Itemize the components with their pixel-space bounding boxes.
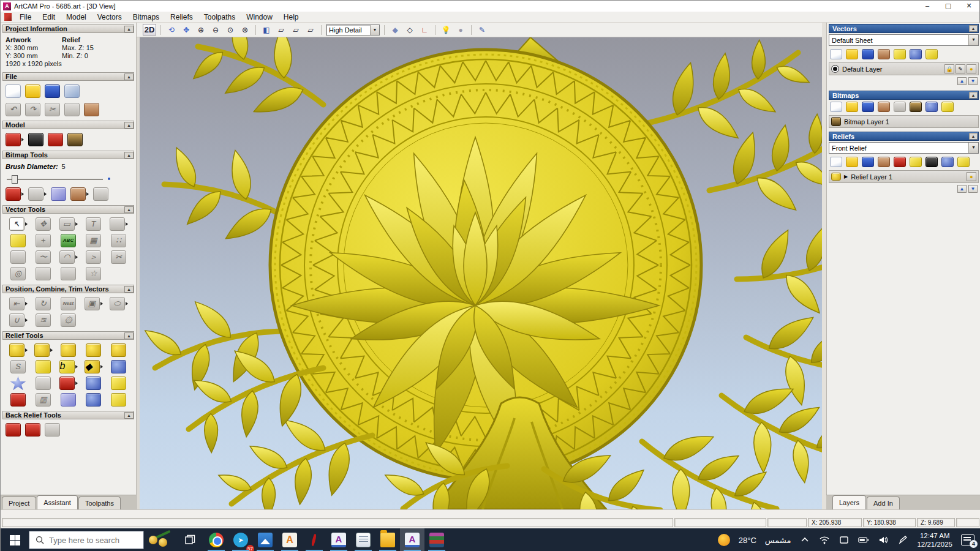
maximize-button[interactable]: ▢ xyxy=(938,1,959,12)
nesting-icon[interactable]: Nest xyxy=(61,297,76,310)
view-along-z-icon[interactable]: ▱ xyxy=(304,24,317,36)
relief-layer-row[interactable]: ▶ Relief Layer 1 ● xyxy=(829,170,979,183)
switch-2d-button[interactable]: 2D xyxy=(143,24,156,36)
draw-relief-icon[interactable]: ✎ xyxy=(476,24,488,36)
star-relief-icon[interactable] xyxy=(111,393,126,407)
view-along-y-icon[interactable]: ▱ xyxy=(290,24,302,36)
taskbar-photos[interactable] xyxy=(253,528,277,551)
menu-model[interactable]: Model xyxy=(61,12,92,23)
flip-relief-icon[interactable] xyxy=(111,360,126,373)
collapse-button[interactable]: ▲ xyxy=(124,26,134,32)
texture-sphere-icon[interactable] xyxy=(86,393,101,407)
trim-vectors-icon[interactable]: ✂ xyxy=(111,250,126,264)
battery-icon[interactable] xyxy=(858,535,869,545)
flip-relief-layer-icon[interactable] xyxy=(894,157,906,167)
collapse-button[interactable]: ▲ xyxy=(124,122,134,129)
toggle-visibility-icon[interactable] xyxy=(894,49,906,59)
node-editing-icon[interactable] xyxy=(110,217,125,231)
wrap-text-icon[interactable]: ▦ xyxy=(86,234,101,247)
move-relief-down-icon[interactable]: ▼ xyxy=(968,185,978,193)
distort-relief-icon[interactable]: ▥ xyxy=(36,393,51,407)
back-relief-mirror-icon[interactable] xyxy=(25,423,40,437)
transform-vectors-icon[interactable]: ✥ xyxy=(36,217,51,231)
weather-sun-icon[interactable] xyxy=(718,534,730,546)
create-ring-icon[interactable]: ◎ xyxy=(10,267,26,280)
delete-vector-layer-icon[interactable] xyxy=(910,49,922,59)
collapse-button[interactable]: ▲ xyxy=(124,73,134,80)
zoom-extents-icon[interactable]: ⊛ xyxy=(239,24,251,36)
start-button[interactable] xyxy=(1,528,29,551)
zoom-in-icon[interactable]: ⊕ xyxy=(195,24,207,36)
brush-diameter-slider[interactable] xyxy=(7,175,127,184)
relief-visibility-icon[interactable] xyxy=(910,157,922,167)
open-bitmap-layer-icon[interactable] xyxy=(846,102,858,112)
delete-relief-layer-icon[interactable] xyxy=(941,157,954,167)
lighting-model-icon[interactable] xyxy=(48,133,63,146)
fit-curve-icon[interactable] xyxy=(36,267,51,280)
search-input[interactable] xyxy=(49,536,135,545)
collapse-button[interactable]: ▲ xyxy=(969,25,978,32)
cut-icon[interactable]: ✂ xyxy=(45,103,60,116)
smoothing-icon[interactable]: S xyxy=(10,360,26,373)
free-polyline-icon[interactable]: 〜 xyxy=(36,250,51,264)
tray-chevron-icon[interactable] xyxy=(799,535,810,545)
collapse-button[interactable]: ▲ xyxy=(969,92,978,99)
menu-edit[interactable]: Edit xyxy=(37,12,61,23)
tablet-mode-icon[interactable] xyxy=(839,535,850,545)
envelope-distort-icon[interactable] xyxy=(36,377,51,390)
zoom-out-icon[interactable]: ⊖ xyxy=(209,24,222,36)
sculpting-tool-icon[interactable] xyxy=(9,343,24,357)
taskbar-winrar[interactable] xyxy=(424,528,449,551)
view-along-x-icon[interactable]: ▱ xyxy=(275,24,287,36)
taskbar-artcam[interactable]: A xyxy=(326,528,351,551)
interactive-sculpt-icon[interactable] xyxy=(10,393,26,407)
extrude-icon[interactable]: ◆ xyxy=(85,360,100,373)
weather-description[interactable]: مشمس xyxy=(765,536,791,545)
dropdown-arrow-icon[interactable]: ▼ xyxy=(370,25,379,35)
vector-layer-row[interactable]: Default Layer 🔒 ✎ ● xyxy=(829,62,979,75)
back-relief-layers-icon[interactable] xyxy=(45,423,60,437)
join-vectors-icon[interactable]: ＞ xyxy=(86,250,101,264)
menu-bitmaps[interactable]: Bitmaps xyxy=(127,12,165,23)
model-properties-icon[interactable] xyxy=(64,84,80,98)
mirror-vectors-icon[interactable] xyxy=(61,267,76,280)
menu-file[interactable]: File xyxy=(14,12,37,23)
weld-vectors-icon[interactable]: ⬭ xyxy=(110,297,125,310)
menu-vectors[interactable]: Vectors xyxy=(92,12,127,23)
wireframe-view-icon[interactable]: ◇ xyxy=(404,24,416,36)
relief-dropdown[interactable]: Front Relief ▼ xyxy=(829,142,979,154)
relief-3d-artwork[interactable] xyxy=(140,37,822,509)
texture-relief-icon[interactable] xyxy=(10,377,26,390)
texture-flow-icon[interactable]: ≋ xyxy=(36,313,51,327)
close-button[interactable]: ✕ xyxy=(959,1,979,12)
copy-bitmap-icon[interactable] xyxy=(910,102,922,112)
menu-window[interactable]: Window xyxy=(241,12,278,23)
save-bitmap-layer-icon[interactable] xyxy=(862,102,874,112)
measure-tool-icon[interactable] xyxy=(10,234,26,247)
tab-project[interactable]: Project xyxy=(2,497,36,509)
all-reliefs-visible-icon[interactable] xyxy=(957,157,970,167)
paste-icon[interactable] xyxy=(84,103,99,116)
back-relief-offset-icon[interactable] xyxy=(6,423,21,437)
taskbar-artcam-active[interactable]: A xyxy=(400,528,424,551)
flood-fill-icon[interactable] xyxy=(93,187,108,201)
merge-relief-layers-icon[interactable] xyxy=(878,157,890,167)
taskbar-artcam-a[interactable]: A xyxy=(277,528,302,551)
minimize-button[interactable]: – xyxy=(917,1,938,12)
dropdown-arrow-icon[interactable]: ▼ xyxy=(968,35,978,45)
pan-view-icon[interactable]: ✥ xyxy=(180,24,192,36)
new-bitmap-layer-icon[interactable] xyxy=(830,102,842,112)
merge-bitmap-layers-icon[interactable] xyxy=(878,102,890,112)
dome-relief-icon[interactable] xyxy=(61,393,76,407)
undo-icon[interactable]: ↶ xyxy=(6,103,21,116)
save-model-icon[interactable] xyxy=(45,84,60,98)
edit-layer-icon[interactable]: ✎ xyxy=(956,64,965,73)
collapse-button[interactable]: ▲ xyxy=(124,206,134,213)
menu-help[interactable]: Help xyxy=(278,12,304,23)
vector-sheet-dropdown[interactable]: Default Sheet ▼ xyxy=(829,34,979,46)
create-polyline-icon[interactable] xyxy=(10,250,26,264)
stamp-relief-icon[interactable] xyxy=(925,157,938,167)
merge-vector-layers-icon[interactable] xyxy=(878,49,890,59)
weather-temp[interactable]: 28°C xyxy=(739,536,756,545)
weave-wizard-icon[interactable] xyxy=(36,360,51,373)
